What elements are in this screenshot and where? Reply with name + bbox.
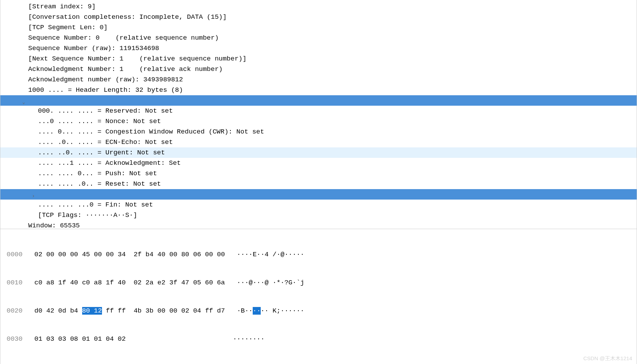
hex-ascii-pre: ·B·· xyxy=(237,307,253,315)
field-acknowledgment-number[interactable]: Acknowledgment Number: 1 (relative ack n… xyxy=(0,64,637,74)
hex-bytes-b: 2f b4 40 00 80 06 00 00 xyxy=(134,251,225,258)
flag-cwr[interactable]: .... 0... .... = Congestion Window Reduc… xyxy=(0,127,637,137)
hex-ascii: ····E··4 /·@····· xyxy=(237,251,304,258)
field-acknowledgment-number-raw[interactable]: Acknowledgment number (raw): 3493989812 xyxy=(0,74,637,85)
packet-details-tree[interactable]: [Stream index: 9] [Conversation complete… xyxy=(0,0,637,229)
flag-urgent[interactable]: .... ..0. .... = Urgent: Not set xyxy=(0,147,637,158)
hex-ascii-post: ·· K;······ xyxy=(261,307,304,315)
hex-bytes-a: 01 03 03 08 01 01 04 02 xyxy=(34,335,126,343)
flag-ecn-echo[interactable]: .... .0.. .... = ECN-Echo: Not set xyxy=(0,137,637,147)
hex-bytes-b: 4b 3b 00 00 02 04 ff d7 xyxy=(134,307,225,315)
flag-push[interactable]: .... .... 0... = Push: Not set xyxy=(0,168,637,179)
hex-ascii: ········ xyxy=(233,335,265,343)
hex-offset: 0000 xyxy=(7,251,23,258)
field-next-sequence-number[interactable]: [Next Sequence Number: 1 (relative seque… xyxy=(0,54,637,64)
field-tcp-segment-len[interactable]: [TCP Segment Len: 0] xyxy=(0,22,637,33)
field-stream-index[interactable]: [Stream index: 9] xyxy=(0,1,637,12)
hex-ascii: ···@···@ ·*·?G·`j xyxy=(237,279,304,286)
hex-offset: 0020 xyxy=(7,307,23,315)
flag-nonce[interactable]: ...0 .... .... = Nonce: Not set xyxy=(0,116,637,127)
hex-ascii-selected: ·· xyxy=(253,307,261,315)
flag-reset[interactable]: .... .... .0.. = Reset: Not set xyxy=(0,179,637,189)
hex-row-0000[interactable]: 0000 02 00 00 00 45 00 00 34 2f b4 40 00… xyxy=(0,250,637,259)
flag-summary[interactable]: [TCP Flags: ·······A··S·] xyxy=(0,210,637,220)
hex-selected-bytes: 80 12 xyxy=(82,307,102,315)
wireshark-detail-view: [Stream index: 9] [Conversation complete… xyxy=(0,0,637,364)
watermark: CSDN @王木木1214 xyxy=(583,355,632,362)
hex-row-0030[interactable]: 0030 01 03 03 08 01 01 04 02 ········ xyxy=(0,334,637,344)
field-sequence-number-raw[interactable]: Sequence Number (raw): 1191534698 xyxy=(0,43,637,54)
flag-acknowledgment[interactable]: .... ...1 .... = Acknowledgment: Set xyxy=(0,158,637,168)
hex-bytes-a: c0 a8 1f 40 c0 a8 1f 40 xyxy=(34,279,126,286)
hex-post: ff ff xyxy=(102,307,126,315)
hex-offset: 0010 xyxy=(7,279,23,286)
field-header-length[interactable]: 1000 .... = Header Length: 32 bytes (8) xyxy=(0,85,637,95)
hex-pre: d0 42 0d b4 xyxy=(34,307,82,315)
packet-bytes-pane[interactable]: 0000 02 00 00 00 45 00 00 34 2f b4 40 00… xyxy=(0,229,637,364)
field-conversation-completeness[interactable]: [Conversation completeness: Incomplete, … xyxy=(0,12,637,22)
hex-bytes-b: 02 2a e2 3f 47 05 60 6a xyxy=(134,279,225,286)
flag-syn[interactable]: ›.... .... ..1. = Syn: Set xyxy=(0,189,637,200)
flag-reserved[interactable]: 000. .... .... = Reserved: Not set xyxy=(0,106,637,116)
flag-fin[interactable]: .... .... ...0 = Fin: Not set xyxy=(0,200,637,210)
hex-bytes-a: 02 00 00 00 45 00 00 34 xyxy=(34,251,126,258)
field-sequence-number[interactable]: Sequence Number: 0 (relative sequence nu… xyxy=(0,33,637,43)
hex-offset: 0030 xyxy=(7,335,23,343)
hex-row-0010[interactable]: 0010 c0 a8 1f 40 c0 a8 1f 40 02 2a e2 3f… xyxy=(0,278,637,288)
field-flags-header[interactable]: ⌄Flags: 0x012 (SYN, ACK) xyxy=(0,95,637,106)
field-window[interactable]: Window: 65535 xyxy=(0,220,637,227)
hex-row-0020[interactable]: 0020 d0 42 0d b4 80 12 ff ff 4b 3b 00 00… xyxy=(0,306,637,316)
